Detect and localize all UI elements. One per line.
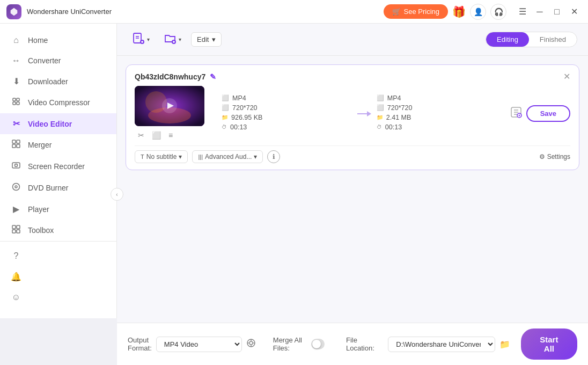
sidebar-label-player: Player (28, 205, 49, 214)
sidebar-label-video-editor: Video Editor (28, 120, 72, 128)
file-settings-icon-button[interactable] (510, 106, 522, 121)
close-button[interactable]: ✕ (567, 4, 582, 19)
filename-edit-icon[interactable]: ✎ (210, 72, 216, 81)
tab-finished[interactable]: Finished (529, 32, 577, 47)
sidebar-item-toolbox[interactable]: Toolbox (0, 220, 116, 241)
merge-label-text: Merge All Files: (273, 336, 307, 352)
add-folder-icon (164, 32, 177, 47)
cut-button[interactable]: ✂ (135, 129, 148, 141)
output-resolution-row: ⬜ 720*720 (377, 104, 506, 112)
file-card-header: Qb43zIdC8nwhucy7 ✎ ✕ (135, 71, 570, 82)
sidebar-label-screen-recorder: Screen Recorder (28, 162, 85, 171)
svg-rect-3 (17, 102, 19, 105)
merge-toggle[interactable] (311, 339, 325, 349)
start-all-button[interactable]: Start All (521, 328, 577, 360)
sidebar-item-notifications[interactable]: 🔔 (0, 266, 116, 287)
headset-button[interactable]: 🎧 (490, 4, 506, 20)
menu-button[interactable]: ☰ (515, 4, 530, 19)
merger-icon (11, 140, 21, 150)
help-icon: ? (11, 251, 21, 261)
output-format: MP4 (387, 94, 401, 102)
dvd-burner-icon (11, 182, 21, 193)
source-duration: 00:13 (230, 123, 247, 131)
app-title: Wondershare UniConverter (27, 8, 384, 16)
sidebar-item-video-compressor[interactable]: Video Compressor (0, 92, 116, 113)
svg-marker-31 (367, 111, 371, 116)
sidebar-item-help[interactable]: ? (0, 246, 116, 266)
sidebar-label-dvd-burner: DVD Burner (28, 184, 68, 192)
filename-text: Qb43zIdC8nwhucy7 (135, 72, 205, 81)
bottom-bar: Output Format: MP4 Video MOV Video AVI V… (117, 323, 588, 365)
info-button[interactable]: ℹ (267, 150, 280, 163)
file-location-select[interactable]: D:\Wondershare UniConverter (388, 337, 495, 352)
sidebar-item-merger[interactable]: Merger (0, 134, 116, 156)
sidebar: ⌂ Home ↔ Converter ⬇ Downloader Video Co… (0, 24, 117, 318)
edit-dropdown[interactable]: Edit ▾ (191, 32, 222, 47)
sidebar-label-video-compressor: Video Compressor (28, 98, 90, 107)
collapse-sidebar-button[interactable]: ‹ (111, 188, 123, 201)
app-logo (6, 4, 21, 19)
source-size-row: 📁 926.95 KB (222, 114, 351, 121)
sidebar-label-merger: Merger (28, 141, 52, 149)
sidebar-item-home[interactable]: ⌂ Home (0, 30, 116, 50)
sidebar-item-dvd-burner[interactable]: DVD Burner (0, 177, 116, 199)
sidebar-item-converter[interactable]: ↔ Converter (0, 50, 116, 71)
source-format-icon: ⬜ (222, 94, 229, 101)
settings-gear-icon: ⚙ (539, 153, 545, 160)
svg-rect-2 (13, 102, 16, 105)
more-button[interactable]: ≡ (165, 129, 176, 141)
content-area: ▾ ▾ Edit ▾ Editing Finishe (117, 24, 588, 365)
sidebar-bottom: ? 🔔 ☺ (0, 241, 116, 312)
audio-label: Advanced Aud... (205, 153, 252, 160)
file-location-folder-button[interactable]: 📁 (499, 339, 510, 349)
subtitle-select[interactable]: T No subtitle ▾ (135, 150, 188, 163)
gift-button[interactable]: 🎁 (452, 5, 466, 18)
output-duration-icon: ⏱ (377, 124, 382, 130)
file-thumbnail (135, 86, 204, 126)
downloader-icon: ⬇ (11, 76, 21, 86)
home-icon: ⌂ (11, 35, 21, 45)
title-actions: 🛒 See Pricing 🎁 👤 🎧 ☰ ─ □ ✕ (384, 4, 582, 20)
maximize-button[interactable]: □ (549, 4, 564, 19)
source-format: MP4 (232, 94, 246, 102)
add-folder-button[interactable]: ▾ (159, 29, 186, 50)
source-info: ⬜ MP4 ⬜ 720*720 📁 926.95 KB ⏱ (222, 94, 351, 133)
audio-arrow: ▾ (254, 153, 257, 160)
merge-field: Merge All Files: (273, 336, 325, 352)
settings-button[interactable]: ⚙ Settings (539, 153, 570, 160)
sidebar-item-downloader[interactable]: ⬇ Downloader (0, 71, 116, 92)
tab-editing[interactable]: Editing (486, 32, 529, 47)
svg-rect-1 (17, 98, 19, 101)
feedback-icon: ☺ (11, 293, 21, 302)
audio-select[interactable]: ||| Advanced Aud... ▾ (192, 150, 263, 163)
sidebar-item-video-editor[interactable]: ✂ Video Editor (0, 113, 116, 134)
source-resolution-row: ⬜ 720*720 (222, 104, 351, 112)
output-size-row: 📁 2.41 MB (377, 114, 506, 121)
output-size-icon: 📁 (377, 114, 383, 120)
add-file-button[interactable]: ▾ (128, 29, 154, 50)
output-format-settings-button[interactable] (246, 338, 256, 350)
output-duration: 00:13 (385, 123, 402, 131)
source-duration-row: ⏱ 00:13 (222, 123, 351, 131)
sidebar-item-screen-recorder[interactable]: Screen Recorder (0, 156, 116, 177)
svg-rect-8 (12, 163, 20, 168)
minimize-button[interactable]: ─ (532, 4, 547, 19)
subtitle-label: No subtitle (146, 153, 177, 160)
output-format-select[interactable]: MP4 Video MOV Video AVI Video MKV Video (156, 337, 242, 352)
file-actions: ✂ ⬜ ≡ (135, 129, 213, 141)
file-location-label: File Location: (346, 336, 384, 352)
add-file-dropdown-arrow: ▾ (147, 36, 150, 42)
save-button[interactable]: Save (526, 105, 570, 122)
sidebar-item-player[interactable]: ▶ Player (0, 199, 116, 220)
crop-button[interactable]: ⬜ (149, 129, 164, 141)
sidebar-label-home: Home (28, 36, 48, 45)
close-card-button[interactable]: ✕ (563, 71, 570, 82)
output-format-field: Output Format: MP4 Video MOV Video AVI V… (128, 336, 256, 352)
sidebar-item-feedback[interactable]: ☺ (0, 287, 116, 308)
player-icon: ▶ (11, 204, 21, 214)
title-bar: Wondershare UniConverter 🛒 See Pricing 🎁… (0, 0, 588, 24)
svg-rect-7 (17, 144, 20, 148)
see-pricing-button[interactable]: 🛒 See Pricing (384, 4, 448, 19)
profile-button[interactable]: 👤 (470, 4, 486, 20)
add-file-icon (132, 32, 145, 47)
